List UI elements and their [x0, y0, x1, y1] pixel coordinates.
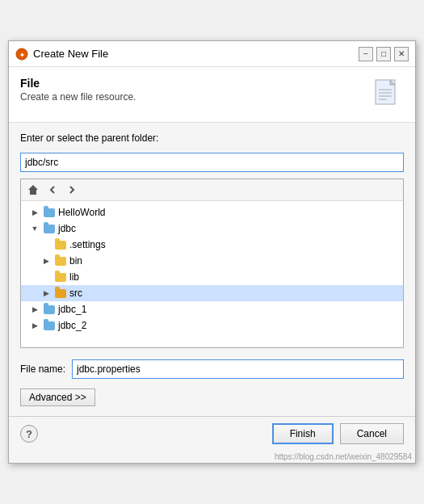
minimize-button[interactable]: −: [359, 47, 373, 61]
svg-marker-8: [28, 185, 38, 195]
app-icon: ✦: [15, 48, 28, 61]
maximize-button[interactable]: □: [376, 47, 391, 61]
tree-item-settings[interactable]: ▶ .settings: [21, 237, 403, 253]
label-settings: .settings: [69, 239, 106, 250]
svg-text:✦: ✦: [19, 51, 25, 58]
finish-button[interactable]: Finish: [272, 423, 334, 444]
folder-icon-lib: [54, 271, 67, 284]
tree-container: ▶ HelloWorld ▼ jdbc ▶: [20, 178, 404, 348]
folder-label: Enter or select the parent folder:: [20, 132, 404, 144]
header-text: File Create a new file resource.: [20, 77, 136, 103]
label-jdbc1: jdbc_1: [58, 304, 86, 315]
tree-forward-button[interactable]: [63, 181, 81, 199]
tree-home-button[interactable]: [24, 181, 42, 199]
label-bin: bin: [69, 255, 82, 267]
folder-icon-jdbc: [43, 222, 56, 235]
label-src: src: [69, 288, 82, 299]
tree-back-button[interactable]: [44, 181, 61, 199]
toggle-helloworld: ▶: [29, 207, 40, 218]
close-button[interactable]: ✕: [394, 47, 409, 61]
tree-item-jdbc1[interactable]: ▶ jdbc_1: [21, 301, 403, 317]
folder-icon-settings: [54, 238, 67, 251]
help-button[interactable]: ?: [20, 425, 38, 443]
label-lib: lib: [69, 271, 79, 283]
tree-item-bin[interactable]: ▶ bin: [21, 253, 403, 269]
folder-path-input[interactable]: [20, 153, 404, 172]
dialog: ✦ Create New File − □ ✕ File Create a ne…: [8, 40, 416, 464]
folder-icon-jdbc2: [43, 319, 56, 332]
dialog-title: Create New File: [33, 48, 359, 60]
tree-item-src[interactable]: ▶ src: [21, 285, 403, 301]
title-bar: ✦ Create New File − □ ✕: [9, 41, 415, 67]
tree-toolbar: [21, 179, 403, 201]
title-bar-buttons: − □ ✕: [359, 47, 409, 61]
tree-item-lib[interactable]: ▶ lib: [21, 269, 403, 285]
header-title: File: [20, 77, 136, 90]
label-jdbc: jdbc: [58, 223, 76, 234]
header-description: Create a new file resource.: [20, 91, 136, 103]
tree-item-helloworld[interactable]: ▶ HelloWorld: [21, 204, 403, 220]
toggle-jdbc2: ▶: [29, 320, 40, 331]
folder-icon-bin: [54, 254, 67, 267]
folder-icon-jdbc1: [43, 303, 56, 316]
body: Enter or select the parent folder:: [9, 123, 415, 416]
advanced-button[interactable]: Advanced >>: [20, 388, 95, 406]
folder-icon-helloworld: [43, 206, 56, 219]
file-name-label: File name:: [20, 363, 65, 375]
label-jdbc2: jdbc_2: [58, 320, 86, 331]
footer: ? Finish Cancel: [9, 416, 415, 451]
header-section: File Create a new file resource.: [9, 67, 415, 123]
watermark: https://blog.csdn.net/weixin_48029584: [9, 451, 415, 463]
file-icon: [372, 77, 404, 112]
file-name-input[interactable]: [72, 359, 404, 379]
toggle-src: ▶: [40, 288, 52, 299]
toggle-bin: ▶: [40, 255, 52, 267]
tree-content: ▶ HelloWorld ▼ jdbc ▶: [21, 201, 403, 337]
cancel-button[interactable]: Cancel: [340, 423, 404, 444]
tree-item-jdbc[interactable]: ▼ jdbc: [21, 220, 403, 237]
folder-icon-src: [54, 287, 67, 300]
toggle-jdbc: ▼: [29, 223, 40, 234]
file-name-section: File name:: [20, 359, 404, 379]
label-helloworld: HelloWorld: [58, 207, 105, 218]
footer-buttons: Finish Cancel: [272, 423, 404, 444]
tree-item-jdbc2[interactable]: ▶ jdbc_2: [21, 317, 403, 334]
toggle-jdbc1: ▶: [29, 304, 40, 315]
